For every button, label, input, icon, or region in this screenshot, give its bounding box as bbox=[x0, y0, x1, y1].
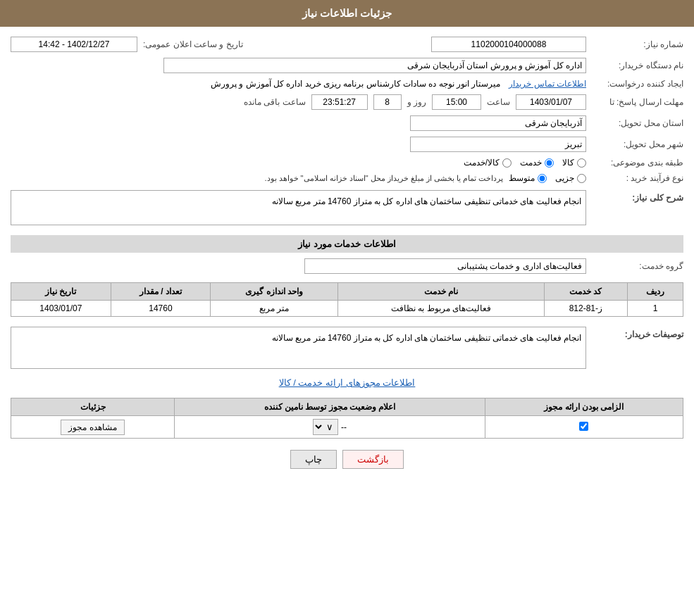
table-row: 1 ز-81-812 فعالیت‌های مربوط به نظافت متر… bbox=[11, 301, 683, 317]
namDastgah-label: نام دستگاه خریدار: bbox=[592, 61, 683, 70]
noeFarayand-jozi-option[interactable]: جزیی bbox=[555, 173, 586, 183]
permit-row: -- ∨ مشاهده مجوز bbox=[11, 416, 683, 439]
cell-tarikh: 1403/01/07 bbox=[11, 301, 111, 317]
tabaqe-kala-option[interactable]: کالا bbox=[562, 158, 586, 168]
permit-table: الزامی بودن ارائه مجوز اعلام وضعیت مجوز … bbox=[11, 398, 683, 439]
permit-eelam-cell: -- ∨ bbox=[175, 416, 485, 439]
tosaifKharidar-value: انجام فعالیت های خدماتی تنظیفی ساختمان ه… bbox=[11, 327, 586, 369]
tabaqe-label: طبقه بندی موضوعی: bbox=[592, 158, 683, 168]
page-header: جزئیات اطلاعات نیاز bbox=[0, 0, 694, 27]
baghimande-value: 23:51:27 bbox=[311, 94, 368, 110]
col-tedad: تعداد / مقدار bbox=[111, 283, 211, 301]
tabaqe-khadamat-option[interactable]: خدمت bbox=[520, 158, 554, 168]
permit-eelam-select[interactable]: ∨ bbox=[313, 419, 338, 435]
tosaifKharidar-label: توصیفات خریدار: bbox=[592, 327, 683, 339]
permit-elzami-checkbox[interactable] bbox=[579, 422, 588, 431]
groupKhadamat-label: گروه خدمت: bbox=[592, 261, 683, 271]
cell-kodKhadamat: ز-81-812 bbox=[544, 301, 627, 317]
groupKhadamat-value: فعالیت‌های اداری و خدمات پشتیبانی bbox=[304, 258, 586, 274]
permit-elzami-cell bbox=[485, 416, 683, 439]
col-namKhadamat: نام خدمت bbox=[338, 283, 544, 301]
main-content: شماره نیاز: 1102000104000088 تاریخ و ساع… bbox=[0, 27, 694, 487]
tabaqe-kala-radio[interactable] bbox=[577, 158, 586, 168]
permit-col-eelam: اعلام وضعیت مجوز توسط نامین کننده bbox=[175, 398, 485, 416]
mojavez-section-link[interactable]: اطلاعات مجوزهای ارائه خدمت / کالا bbox=[11, 373, 683, 392]
noeFarayand-motavasset-label: متوسط bbox=[509, 173, 535, 183]
tabaqe-kala-label: کالا bbox=[562, 158, 574, 168]
noeFarayand-motavasset-option[interactable]: متوسط bbox=[509, 173, 547, 183]
col-kodKhadamat: کد خدمت bbox=[544, 283, 627, 301]
noeFarayand-note: پرداخت تمام یا بخشی از مبلغ خریداز محل "… bbox=[264, 174, 503, 183]
view-permit-button[interactable]: مشاهده مجوز bbox=[61, 420, 124, 435]
cell-vahed: متر مربع bbox=[211, 301, 338, 317]
mohlat-label: مهلت ارسال پاسخ: تا bbox=[592, 97, 683, 107]
back-button[interactable]: بازگشت bbox=[342, 450, 404, 469]
shomareNiaz-label: شماره نیاز: bbox=[592, 39, 683, 49]
sharhKoli-label: شرح کلی نیاز: bbox=[592, 190, 683, 203]
roz-value: 8 bbox=[373, 94, 402, 110]
shomareNiaz-value: 1102000104000088 bbox=[431, 37, 586, 52]
tabaqe-khadamat-radio[interactable] bbox=[545, 158, 554, 168]
permit-eelam-value: -- bbox=[341, 422, 347, 432]
cell-namKhadamat: فعالیت‌های مربوط به نظافت bbox=[338, 301, 544, 317]
page-title: جزئیات اطلاعات نیاز bbox=[302, 7, 392, 19]
roz-label: روز و bbox=[407, 97, 426, 107]
noeFarayand-label: نوع فرآیند خرید : bbox=[592, 173, 683, 183]
cell-radif: 1 bbox=[627, 301, 683, 317]
tabaqe-kala-khadamat-label: کالا/خدمت bbox=[464, 158, 500, 168]
saat-value: 15:00 bbox=[432, 94, 481, 110]
permit-joziat-cell: مشاهده مجوز bbox=[11, 416, 175, 439]
noeFarayand-motavasset-radio[interactable] bbox=[538, 174, 547, 183]
tabaqe-kala-khadamat-option[interactable]: کالا/خدمت bbox=[464, 158, 512, 168]
permit-col-joziat: جزئیات bbox=[11, 398, 175, 416]
noeFarayand-jozi-label: جزیی bbox=[555, 173, 574, 183]
shahr-label: شهر محل تحویل: bbox=[592, 139, 683, 149]
namDastgah-value: اداره کل آموزش و پرورش استان آذربایجان ش… bbox=[163, 58, 586, 73]
button-row: بازگشت چاپ bbox=[11, 450, 683, 469]
cell-tedad: 14760 bbox=[111, 301, 211, 317]
col-radif: ردیف bbox=[627, 283, 683, 301]
col-tarikh: تاریخ نیاز bbox=[11, 283, 111, 301]
noeFarayand-jozi-radio[interactable] bbox=[577, 174, 586, 183]
khadamat-section-header: اطلاعات خدمات مورد نیاز bbox=[11, 235, 683, 253]
ijadKonande-link[interactable]: اطلاعات تماس خریدار bbox=[509, 79, 586, 89]
tarikhAelan-value: 1402/12/27 - 14:42 bbox=[11, 37, 137, 52]
page-container: جزئیات اطلاعات نیاز شماره نیاز: 11020001… bbox=[0, 0, 694, 616]
ijadKonande-label: ایجاد کننده درخواست: bbox=[592, 79, 683, 89]
tabaqe-khadamat-label: خدمت bbox=[520, 158, 542, 168]
ostan-value: آذربایجان شرقی bbox=[410, 115, 586, 131]
noeFarayand-radio-group: جزیی متوسط bbox=[509, 173, 586, 183]
service-table: ردیف کد خدمت نام خدمت واحد اندازه گیری ت… bbox=[11, 282, 683, 317]
ostan-label: استان محل تحویل: bbox=[592, 118, 683, 128]
sharhKoli-value: انجام فعالیت های خدماتی تنظیفی ساختمان ه… bbox=[11, 190, 586, 225]
baghimande-label: ساعت باقی مانده bbox=[244, 97, 306, 107]
saat-label: ساعت bbox=[487, 97, 510, 107]
shahr-value: تبریز bbox=[410, 137, 586, 152]
permit-col-elzami: الزامی بودن ارائه مجوز bbox=[485, 398, 683, 416]
print-button[interactable]: چاپ bbox=[290, 450, 337, 469]
tarikh-value: 1403/01/07 bbox=[516, 94, 586, 110]
ijadKonande-value: میرستار انور نوجه ده سادات کارشناس برنام… bbox=[211, 79, 500, 89]
tabaqe-kala-khadamat-radio[interactable] bbox=[502, 158, 512, 168]
col-vahed: واحد اندازه گیری bbox=[211, 283, 338, 301]
tabaqe-radio-group: کالا خدمت کالا/خدمت bbox=[464, 158, 586, 168]
tarikhAelan-label: تاریخ و ساعت اعلان عمومی: bbox=[143, 39, 243, 49]
